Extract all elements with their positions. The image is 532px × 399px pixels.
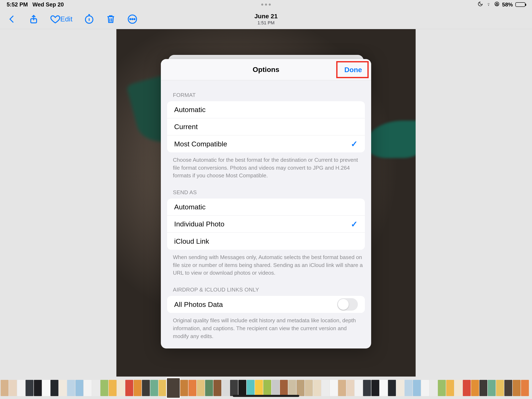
- share-button[interactable]: [29, 14, 39, 24]
- thumbnail[interactable]: [59, 380, 67, 396]
- thumbnail[interactable]: [504, 380, 512, 396]
- airdrop-list: All Photos Data: [167, 296, 365, 313]
- thumbnail[interactable]: [288, 380, 296, 396]
- thumbnail[interactable]: [297, 380, 304, 396]
- thumbnail[interactable]: [222, 380, 230, 396]
- thumbnail[interactable]: [167, 378, 180, 398]
- format-option-current[interactable]: Current: [167, 118, 365, 135]
- thumbnail[interactable]: [109, 380, 117, 396]
- thumbnail[interactable]: [280, 380, 288, 396]
- thumbnail[interactable]: [213, 380, 221, 396]
- multitask-dots[interactable]: [261, 4, 271, 6]
- thumbnail[interactable]: [513, 380, 520, 396]
- thumbnail[interactable]: [34, 380, 42, 396]
- nav-bar: June 21 1:51 PM Edit: [0, 9, 532, 29]
- done-button[interactable]: Done: [342, 64, 365, 75]
- thumbnail[interactable]: [1, 380, 8, 396]
- favorite-button[interactable]: [50, 14, 60, 24]
- thumbnail[interactable]: [42, 380, 50, 396]
- thumbnail[interactable]: [338, 380, 346, 396]
- do-not-disturb-icon: [478, 1, 483, 8]
- option-label: Current: [174, 123, 198, 131]
- thumbnail[interactable]: [25, 380, 33, 396]
- thumbnail[interactable]: [247, 380, 254, 396]
- thumbnail[interactable]: [446, 380, 454, 396]
- modal-header: Options Done: [161, 59, 371, 80]
- all-photos-data-toggle[interactable]: [337, 298, 358, 311]
- thumbnail[interactable]: [330, 380, 338, 396]
- thumbnail[interactable]: [455, 380, 462, 396]
- modal-title: Options: [253, 65, 279, 74]
- thumbnail[interactable]: [396, 380, 404, 396]
- thumbnail[interactable]: [158, 380, 166, 396]
- thumbnail[interactable]: [76, 380, 83, 396]
- more-button[interactable]: [127, 14, 137, 24]
- thumbnail[interactable]: [421, 380, 429, 396]
- thumbnail[interactable]: [180, 380, 188, 396]
- thumbnail[interactable]: [51, 380, 58, 396]
- status-time: 5:52 PM: [7, 1, 28, 8]
- all-photos-data-row[interactable]: All Photos Data: [167, 296, 365, 313]
- svg-point-6: [134, 19, 135, 19]
- thumbnail[interactable]: [363, 380, 371, 396]
- thumbnail[interactable]: [463, 380, 471, 396]
- thumbnail[interactable]: [92, 380, 100, 396]
- thumbnail[interactable]: [189, 380, 196, 396]
- thumbnail[interactable]: [405, 380, 412, 396]
- thumbnail[interactable]: [67, 380, 75, 396]
- svg-point-4: [130, 19, 131, 19]
- thumbnail[interactable]: [125, 380, 133, 396]
- thumbnail[interactable]: [305, 380, 313, 396]
- thumbnail[interactable]: [9, 380, 17, 396]
- thumbnail[interactable]: [380, 380, 387, 396]
- option-label: All Photos Data: [174, 300, 223, 309]
- airdrop-footer: Original quality files will include edit…: [173, 317, 364, 340]
- home-indicator[interactable]: [233, 395, 299, 397]
- thumbnail[interactable]: [388, 380, 396, 396]
- thumbnail[interactable]: [413, 380, 421, 396]
- thumbnail[interactable]: [479, 380, 487, 396]
- thumbnail[interactable]: [142, 380, 150, 396]
- thumbnail[interactable]: [371, 380, 379, 396]
- sendas-option-automatic[interactable]: Automatic: [167, 199, 365, 216]
- delete-button[interactable]: [106, 14, 116, 24]
- thumbnail[interactable]: [134, 380, 141, 396]
- thumbnail[interactable]: [346, 380, 354, 396]
- checkmark-icon: ✓: [351, 219, 358, 229]
- thumbnail[interactable]: [255, 380, 263, 396]
- thumbnail[interactable]: [521, 380, 529, 396]
- thumbnail[interactable]: [117, 380, 125, 396]
- edit-button[interactable]: Edit: [60, 15, 73, 23]
- thumbnail[interactable]: [197, 380, 205, 396]
- back-button[interactable]: [7, 14, 17, 24]
- sendas-option-individual-photo[interactable]: Individual Photo ✓: [167, 216, 365, 233]
- thumbnail[interactable]: [84, 380, 92, 396]
- photo-timestamp: June 21 1:51 PM: [254, 13, 278, 26]
- format-option-most-compatible[interactable]: Most Compatible ✓: [167, 135, 365, 152]
- thumbnail[interactable]: [150, 380, 158, 396]
- thumbnail[interactable]: [430, 380, 437, 396]
- thumbnail[interactable]: [263, 380, 271, 396]
- option-label: iCloud Link: [174, 237, 209, 245]
- thumbnail[interactable]: [496, 380, 504, 396]
- info-button[interactable]: [84, 14, 94, 24]
- sendas-list: Automatic Individual Photo ✓ iCloud Link: [167, 199, 365, 250]
- thumbnail[interactable]: [438, 380, 446, 396]
- status-date: Wed Sep 20: [32, 1, 64, 8]
- thumbnail[interactable]: [230, 380, 238, 396]
- thumbnail[interactable]: [322, 380, 329, 396]
- thumbnail[interactable]: [471, 380, 479, 396]
- thumbnail[interactable]: [205, 380, 213, 396]
- thumbnail[interactable]: [488, 380, 496, 396]
- thumbnail[interactable]: [238, 380, 246, 396]
- sendas-option-icloud-link[interactable]: iCloud Link: [167, 233, 365, 250]
- format-option-automatic[interactable]: Automatic: [167, 101, 365, 118]
- format-list: Automatic Current Most Compatible ✓: [167, 101, 365, 152]
- thumbnail[interactable]: [272, 380, 279, 396]
- thumbnail[interactable]: [313, 380, 321, 396]
- thumbnail[interactable]: [17, 380, 25, 396]
- thumbnail[interactable]: [355, 380, 363, 396]
- thumbnail[interactable]: [100, 380, 108, 396]
- option-label: Automatic: [174, 106, 206, 114]
- battery-icon: [515, 2, 525, 7]
